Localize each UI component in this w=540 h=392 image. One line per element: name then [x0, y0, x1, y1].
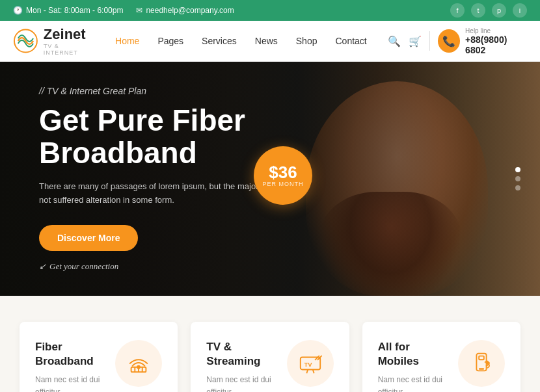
tv-icon: TV — [298, 351, 323, 376]
clock-icon: 🕐 — [13, 6, 23, 15]
slider-dot-2[interactable] — [515, 176, 520, 181]
nav-home[interactable]: Home — [107, 31, 147, 51]
logo[interactable]: Zeinet TV & INTERNET — [13, 26, 94, 56]
email-text: needhelp@company.com — [146, 6, 234, 15]
discover-more-button[interactable]: Discover More — [39, 225, 138, 251]
email-icon: ✉ — [136, 6, 142, 15]
logo-svg — [13, 28, 38, 54]
hero-title: Get Pure Fiber Broadband — [39, 104, 286, 170]
social-links: f t p i — [450, 3, 527, 18]
service-mobile-desc: Nam nec est id dui efficitur — [378, 374, 448, 392]
services-section: Fiber Broadband Nam nec est id dui effic… — [0, 296, 540, 392]
nav-news[interactable]: News — [247, 31, 286, 51]
header-actions: 🔍 🛒 📞 Help line +88(9800) 6802 — [388, 27, 527, 55]
service-mobile-info: All for Mobiles Nam nec est id dui effic… — [378, 340, 448, 392]
hero-tagline: // TV & Internet Great Plan — [39, 86, 286, 96]
hero-script-text: ↙Get your connection — [39, 261, 286, 272]
slider-dot-1[interactable] — [515, 167, 520, 172]
facebook-icon[interactable]: f — [450, 3, 465, 18]
hero-section: // TV & Internet Great Plan Get Pure Fib… — [0, 62, 540, 296]
price-bubble: $36 PER MONTH — [254, 146, 312, 205]
mobile-icon — [469, 351, 494, 376]
phone-number: +88(9800) 6802 — [465, 34, 527, 55]
svg-point-5 — [137, 366, 140, 369]
nav-pages[interactable]: Pages — [150, 31, 191, 51]
help-line: 📞 Help line +88(9800) 6802 — [438, 27, 527, 55]
divider — [429, 31, 430, 51]
service-fiber-title: Fiber Broadband — [35, 340, 105, 369]
slider-dots — [515, 167, 520, 190]
service-tv-icon-wrap: TV — [287, 340, 334, 387]
top-bar-left: 🕐 Mon - Sat: 8:00am - 6:00pm ✉ needhelp@… — [13, 6, 234, 15]
cart-icon[interactable]: 🛒 — [409, 35, 422, 47]
svg-rect-12 — [479, 356, 484, 360]
nav-services[interactable]: Services — [194, 31, 245, 51]
hero-title-line1: Get Pure Fiber — [39, 103, 245, 137]
search-icon[interactable]: 🔍 — [388, 35, 401, 47]
top-bar: 🕐 Mon - Sat: 8:00am - 6:00pm ✉ needhelp@… — [0, 0, 540, 21]
nav-shop[interactable]: Shop — [288, 31, 325, 51]
service-card-tv: TV & Streaming Nam nec est id dui effici… — [191, 322, 349, 392]
slider-dot-3[interactable] — [515, 185, 520, 190]
price-amount: $36 — [269, 164, 297, 181]
email-info: ✉ needhelp@company.com — [136, 6, 234, 15]
service-tv-title: TV & Streaming — [206, 340, 276, 369]
price-period: PER MONTH — [263, 181, 304, 187]
service-fiber-info: Fiber Broadband Nam nec est id dui effic… — [35, 340, 105, 392]
svg-text:TV: TV — [304, 361, 312, 368]
hero-title-line2: Broadband — [39, 136, 197, 170]
twitter-icon[interactable]: t — [471, 3, 485, 18]
service-tv-info: TV & Streaming Nam nec est id dui effici… — [206, 340, 276, 392]
hero-content: // TV & Internet Great Plan Get Pure Fib… — [39, 86, 286, 272]
logo-name: Zeinet — [44, 26, 94, 43]
service-mobile-icon-wrap — [458, 340, 505, 387]
service-fiber-icon-wrap — [115, 340, 162, 387]
nav-contact[interactable]: Contact — [327, 31, 374, 51]
phone-icon: 📞 — [438, 29, 460, 53]
service-mobile-title: All for Mobiles — [378, 340, 448, 369]
service-tv-desc: Nam nec est id dui efficitur — [206, 374, 276, 392]
service-card-mobile: All for Mobiles Nam nec est id dui effic… — [362, 322, 520, 392]
service-fiber-desc: Nam nec est id dui efficitur — [35, 374, 105, 392]
schedule-info: 🕐 Mon - Sat: 8:00am - 6:00pm — [13, 6, 123, 15]
help-label: Help line — [465, 27, 527, 34]
hero-description: There are many of passages of lorem ipsu… — [39, 180, 286, 207]
instagram-icon[interactable]: i — [513, 3, 527, 18]
schedule-text: Mon - Sat: 8:00am - 6:00pm — [26, 6, 123, 15]
pinterest-icon[interactable]: p — [492, 3, 506, 18]
wifi-icon — [126, 351, 151, 376]
service-card-fiber: Fiber Broadband Nam nec est id dui effic… — [20, 322, 178, 392]
main-nav: Home Pages Services News Shop Contact — [107, 31, 375, 51]
header: Zeinet TV & INTERNET Home Pages Services… — [0, 21, 540, 62]
logo-subtitle: TV & INTERNET — [44, 43, 94, 56]
